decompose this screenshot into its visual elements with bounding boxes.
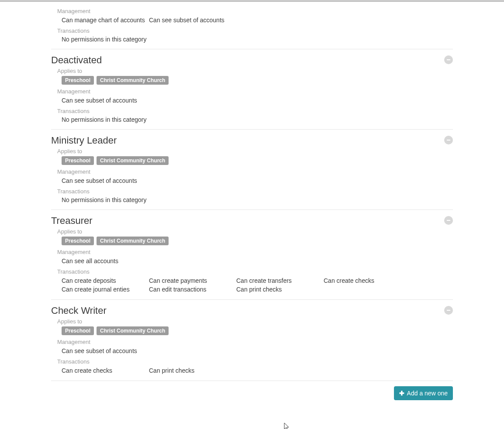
management-permissions: Can see subset of accounts: [51, 96, 453, 104]
permission-item: Can create checks: [62, 367, 149, 374]
permission-item: Can create checks: [324, 277, 411, 285]
applies-to-label: Applies to: [51, 68, 453, 74]
permission-item: Can see subset of accounts: [149, 16, 236, 24]
no-permissions-text: No permissions in this category: [51, 116, 453, 123]
add-new-label: Add a new one: [407, 390, 448, 397]
add-new-role-button[interactable]: ✚ Add a new one: [394, 386, 453, 400]
svg-rect-2: [447, 220, 450, 221]
plus-icon: ✚: [399, 390, 404, 396]
role-block: ManagementCan manage chart of accountsCa…: [51, 2, 453, 49]
org-tag[interactable]: Christ Community Church: [97, 76, 169, 85]
management-label: Management: [51, 339, 453, 345]
management-label: Management: [51, 88, 453, 95]
applies-to-label: Applies to: [51, 228, 453, 235]
role-title[interactable]: Check Writer: [51, 305, 453, 316]
no-permissions-text: No permissions in this category: [51, 196, 453, 203]
org-tag[interactable]: Preschool: [62, 156, 94, 165]
management-permissions: Can see subset of accounts: [51, 177, 453, 185]
permission-item: Can print checks: [236, 285, 324, 293]
role-block: Ministry LeaderApplies toPreschoolChrist…: [51, 130, 453, 210]
org-tag[interactable]: Preschool: [62, 237, 94, 245]
tag-row: PreschoolChrist Community Church: [51, 76, 453, 85]
transactions-label: Transactions: [51, 268, 453, 275]
role-title[interactable]: Ministry Leader: [51, 135, 453, 146]
tag-row: PreschoolChrist Community Church: [51, 326, 453, 335]
permission-item: Can create transfers: [236, 277, 324, 285]
remove-role-button[interactable]: [444, 216, 453, 225]
permission-item: Can create journal enties: [62, 285, 149, 293]
permission-item: Can print checks: [149, 367, 236, 374]
transaction-permissions: Can create depositsCan create paymentsCa…: [51, 277, 453, 293]
management-label: Management: [51, 8, 453, 14]
permission-item: Can create payments: [149, 277, 236, 285]
minus-icon: [446, 58, 451, 62]
permission-item: Can see all accounts: [62, 257, 149, 265]
role-block: TreasurerApplies toPreschoolChrist Commu…: [51, 210, 453, 300]
tag-row: PreschoolChrist Community Church: [51, 156, 453, 165]
management-permissions: Can manage chart of accountsCan see subs…: [51, 16, 453, 24]
remove-role-button[interactable]: [444, 55, 453, 64]
management-label: Management: [51, 249, 453, 255]
no-permissions-text: No permissions in this category: [51, 36, 453, 43]
management-permissions: Can see all accounts: [51, 257, 453, 265]
minus-icon: [446, 138, 451, 142]
transactions-label: Transactions: [51, 27, 453, 34]
transactions-label: Transactions: [51, 358, 453, 365]
role-block: Check WriterApplies toPreschoolChrist Co…: [51, 300, 453, 381]
svg-rect-1: [447, 140, 450, 141]
roles-container: ManagementCan manage chart of accountsCa…: [47, 2, 457, 413]
permission-item: Can see subset of accounts: [62, 177, 149, 185]
remove-role-button[interactable]: [444, 136, 453, 144]
remove-role-button[interactable]: [444, 306, 453, 315]
org-tag[interactable]: Christ Community Church: [97, 237, 169, 245]
permission-item: Can see subset of accounts: [62, 96, 149, 104]
role-title[interactable]: Deactivated: [51, 55, 453, 66]
transactions-label: Transactions: [51, 108, 453, 114]
permission-item: Can edit transactions: [149, 285, 236, 293]
transactions-label: Transactions: [51, 188, 453, 195]
org-tag[interactable]: Christ Community Church: [97, 156, 169, 165]
applies-to-label: Applies to: [51, 318, 453, 325]
permission-item: Can create deposits: [62, 277, 149, 285]
transaction-permissions: Can create checksCan print checks: [51, 367, 453, 374]
management-label: Management: [51, 168, 453, 175]
applies-to-label: Applies to: [51, 148, 453, 154]
permission-item: Can manage chart of accounts: [62, 16, 149, 24]
add-row: ✚ Add a new one: [51, 381, 453, 413]
role-title[interactable]: Treasurer: [51, 215, 453, 227]
org-tag[interactable]: Preschool: [62, 326, 94, 335]
svg-rect-3: [447, 310, 450, 311]
org-tag[interactable]: Preschool: [62, 76, 94, 85]
minus-icon: [446, 308, 451, 312]
permission-item: Can see subset of accounts: [62, 347, 149, 355]
tag-row: PreschoolChrist Community Church: [51, 237, 453, 245]
role-block: DeactivatedApplies toPreschoolChrist Com…: [51, 49, 453, 130]
management-permissions: Can see subset of accounts: [51, 347, 453, 355]
svg-rect-0: [447, 59, 450, 60]
org-tag[interactable]: Christ Community Church: [97, 326, 169, 335]
minus-icon: [446, 218, 451, 223]
